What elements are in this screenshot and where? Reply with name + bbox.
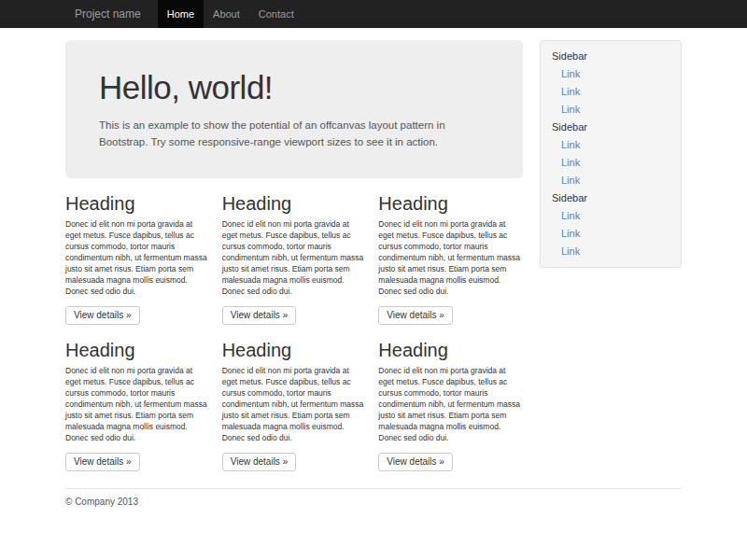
card: Heading Donec id elit non mi porta gravi…: [222, 340, 367, 471]
card: Heading Donec id elit non mi porta gravi…: [378, 193, 523, 325]
card-heading: Heading: [65, 340, 210, 360]
card-heading: Heading: [65, 193, 210, 214]
navbar: Project name Home About Contact: [0, 0, 747, 28]
view-details-button[interactable]: View details »: [378, 306, 453, 325]
sidebar-link[interactable]: Link: [541, 243, 681, 260]
sidebar-heading: Sidebar: [541, 48, 681, 65]
card-heading: Heading: [222, 340, 367, 360]
sidebar: Sidebar Link Link Link Sidebar Link Link…: [540, 40, 682, 268]
sidebar-link[interactable]: Link: [541, 172, 681, 189]
view-details-button[interactable]: View details »: [222, 306, 297, 325]
view-details-button[interactable]: View details »: [65, 306, 140, 325]
sidebar-link[interactable]: Link: [541, 154, 681, 172]
footer-copyright: © Company 2013: [65, 497, 682, 507]
card-heading: Heading: [378, 340, 523, 360]
main-content: Hello, world! This is an example to show…: [65, 40, 523, 471]
view-details-button[interactable]: View details »: [65, 453, 140, 471]
navbar-brand[interactable]: Project name: [65, 0, 150, 28]
card: Heading Donec id elit non mi porta gravi…: [65, 340, 210, 471]
sidebar-link[interactable]: Link: [541, 65, 681, 83]
sidebar-link[interactable]: Link: [541, 83, 681, 101]
sidebar-link[interactable]: Link: [541, 136, 681, 154]
cards-row-1: Heading Donec id elit non mi porta gravi…: [65, 193, 523, 325]
card: Heading Donec id elit non mi porta gravi…: [65, 193, 210, 325]
cards-row-2: Heading Donec id elit non mi porta gravi…: [65, 340, 523, 471]
view-details-button[interactable]: View details »: [378, 453, 453, 471]
card-heading: Heading: [378, 193, 523, 214]
view-details-button[interactable]: View details »: [222, 453, 297, 471]
card-body-text: Donec id elit non mi porta gravida at eg…: [222, 218, 367, 297]
card-body-text: Donec id elit non mi porta gravida at eg…: [65, 218, 210, 297]
card-heading: Heading: [222, 193, 367, 214]
card-body-text: Donec id elit non mi porta gravida at eg…: [378, 365, 523, 443]
page-footer: © Company 2013: [65, 488, 682, 507]
content-row: Hello, world! This is an example to show…: [65, 28, 682, 471]
navbar-menu: Home About Contact: [158, 0, 303, 28]
jumbotron: Hello, world! This is an example to show…: [65, 40, 523, 178]
card-body-text: Donec id elit non mi porta gravida at eg…: [222, 365, 367, 443]
navbar-inner: Project name Home About Contact: [65, 0, 682, 28]
sidebar-link[interactable]: Link: [541, 101, 681, 119]
nav-item-contact[interactable]: Contact: [249, 0, 303, 28]
sidebar-heading: Sidebar: [541, 189, 681, 207]
jumbotron-text: This is an example to show the potential…: [99, 117, 489, 150]
nav-item-about[interactable]: About: [204, 0, 249, 28]
card: Heading Donec id elit non mi porta gravi…: [222, 193, 367, 325]
card-body-text: Donec id elit non mi porta gravida at eg…: [65, 365, 210, 443]
sidebar-link[interactable]: Link: [541, 207, 681, 225]
nav-item-home[interactable]: Home: [158, 0, 204, 28]
page-container: Hello, world! This is an example to show…: [65, 28, 682, 507]
sidebar-heading: Sidebar: [541, 119, 681, 136]
card: Heading Donec id elit non mi porta gravi…: [378, 340, 523, 471]
sidebar-link[interactable]: Link: [541, 225, 681, 243]
page-title: Hello, world!: [99, 70, 489, 105]
card-body-text: Donec id elit non mi porta gravida at eg…: [378, 218, 523, 297]
footer-divider: [65, 488, 682, 489]
